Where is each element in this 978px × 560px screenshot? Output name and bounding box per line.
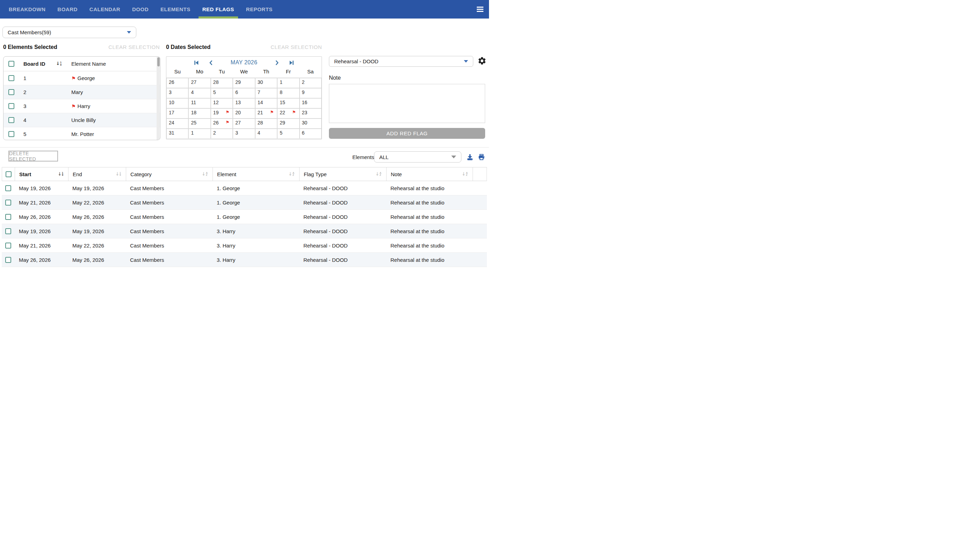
calendar-date-cell[interactable]: 23 xyxy=(300,109,321,118)
note-textarea[interactable] xyxy=(329,84,485,123)
calendar-date-cell[interactable]: 9 xyxy=(300,88,321,98)
board-id-column-header[interactable]: Board ID xyxy=(23,61,45,67)
tab-board[interactable]: BOARD xyxy=(52,0,83,18)
add-red-flag-button[interactable]: ADD RED FLAG xyxy=(329,128,485,139)
calendar-prev-month-icon[interactable] xyxy=(208,60,213,65)
calendar-date-cell[interactable]: 22⚑ xyxy=(278,109,299,118)
flags-column-header-element[interactable]: Element↓AZ xyxy=(213,167,300,181)
calendar-date-cell[interactable]: 31 xyxy=(167,129,188,138)
calendar-date-cell[interactable]: 28 xyxy=(211,78,232,88)
calendar-date-cell[interactable]: 27 xyxy=(233,119,255,128)
calendar-date-cell[interactable]: 17 xyxy=(167,109,188,118)
calendar-date-cell[interactable]: 5 xyxy=(211,88,232,98)
flags-column-header-category[interactable]: Category↓AZ xyxy=(126,167,213,181)
menu-hamburger-icon[interactable] xyxy=(477,7,483,13)
calendar-date-cell[interactable]: 29 xyxy=(278,119,299,128)
download-icon[interactable] xyxy=(466,153,474,161)
calendar-date-cell[interactable]: 30 xyxy=(255,78,277,88)
calendar-date-cell[interactable]: 27 xyxy=(189,78,210,88)
calendar-date-cell[interactable]: 13 xyxy=(233,98,255,108)
red-flag-row-checkbox[interactable] xyxy=(5,257,11,263)
select-all-elements-checkbox[interactable] xyxy=(8,61,14,67)
calendar-date-cell[interactable]: 8 xyxy=(278,88,299,98)
sort-alpha-icon[interactable]: ↓AZ xyxy=(462,172,468,177)
calendar-date-cell[interactable]: 11 xyxy=(189,98,210,108)
element-name-column-header[interactable]: Element Name xyxy=(68,61,160,67)
flags-column-header-note[interactable]: Note↓AZ xyxy=(387,167,473,181)
calendar-date-cell[interactable]: 10 xyxy=(167,98,188,108)
element-row-checkbox[interactable] xyxy=(8,117,14,123)
red-flag-row[interactable]: May 19, 2026May 19, 2026Cast Members1. G… xyxy=(2,181,487,195)
calendar-date-cell[interactable]: 14 xyxy=(255,98,277,108)
flags-column-header-end[interactable]: End↓19 xyxy=(68,167,126,181)
calendar-date-cell[interactable]: 26 xyxy=(167,78,188,88)
elements-filter-dropdown[interactable]: ALL xyxy=(374,152,462,163)
calendar-date-cell[interactable]: 3 xyxy=(167,88,188,98)
red-flag-row-checkbox[interactable] xyxy=(5,214,11,220)
tab-dood[interactable]: DOOD xyxy=(126,0,155,18)
calendar-date-cell[interactable]: 19⚑ xyxy=(211,109,232,118)
calendar-last-month-icon[interactable] xyxy=(289,60,294,65)
tab-reports[interactable]: REPORTS xyxy=(240,0,278,18)
calendar-date-cell[interactable]: 28 xyxy=(255,119,277,128)
clear-elements-selection-button[interactable]: CLEAR SELECTION xyxy=(108,44,160,50)
flags-column-header-start[interactable]: Start↓19 xyxy=(15,167,68,181)
calendar-date-cell[interactable]: 2 xyxy=(211,129,232,138)
element-row-checkbox[interactable] xyxy=(8,103,14,109)
red-flag-row[interactable]: May 19, 2026May 19, 2026Cast Members3. H… xyxy=(2,224,487,238)
calendar-next-month-icon[interactable] xyxy=(274,60,280,65)
elements-scrollbar-thumb[interactable] xyxy=(157,57,160,67)
tab-red-flags[interactable]: RED FLAGS xyxy=(197,0,240,18)
element-row[interactable]: 2Mary xyxy=(3,85,160,99)
sort-numeric-icon[interactable]: ↓19 xyxy=(56,62,62,66)
calendar-date-cell[interactable]: 30 xyxy=(300,119,321,128)
calendar-date-cell[interactable]: 12 xyxy=(211,98,232,108)
clear-dates-selection-button[interactable]: CLEAR SELECTION xyxy=(270,44,322,50)
calendar-first-month-icon[interactable] xyxy=(194,60,199,65)
red-flag-row[interactable]: May 26, 2026May 26, 2026Cast Members3. H… xyxy=(2,253,487,267)
calendar-date-cell[interactable]: 6 xyxy=(300,129,321,138)
calendar-date-cell[interactable]: 1 xyxy=(278,78,299,88)
calendar-date-cell[interactable]: 18 xyxy=(189,109,210,118)
calendar-date-cell[interactable]: 26⚑ xyxy=(211,119,232,128)
tab-breakdown[interactable]: BREAKDOWN xyxy=(3,0,52,18)
select-all-flags-checkbox[interactable] xyxy=(6,171,12,177)
calendar-date-cell[interactable]: 24 xyxy=(167,119,188,128)
calendar-date-cell[interactable]: 7 xyxy=(255,88,277,98)
element-row[interactable]: 5Mr. Potter xyxy=(3,127,160,140)
elements-scrollbar-track[interactable] xyxy=(157,57,160,140)
category-filter-dropdown[interactable]: Cast Members(59) xyxy=(2,27,136,38)
element-row[interactable]: 4Uncle Billy xyxy=(3,113,160,127)
gear-icon[interactable] xyxy=(478,56,487,65)
calendar-date-cell[interactable]: 5 xyxy=(278,129,299,138)
calendar-date-cell[interactable]: 3 xyxy=(233,129,255,138)
red-flag-row[interactable]: May 21, 2026May 22, 2026Cast Members1. G… xyxy=(2,195,487,210)
element-row-checkbox[interactable] xyxy=(8,89,14,95)
element-row-checkbox[interactable] xyxy=(8,75,14,81)
flag-type-dropdown[interactable]: Rehearsal - DOOD xyxy=(329,56,473,67)
red-flag-row-checkbox[interactable] xyxy=(5,185,11,191)
red-flag-row-checkbox[interactable] xyxy=(5,228,11,234)
calendar-date-cell[interactable]: 6 xyxy=(233,88,255,98)
tab-elements[interactable]: ELEMENTS xyxy=(155,0,197,18)
calendar-date-cell[interactable]: 20 xyxy=(233,109,255,118)
calendar-date-cell[interactable]: 29 xyxy=(233,78,255,88)
delete-selected-button[interactable]: DELETE SELECTED xyxy=(8,151,58,162)
print-icon[interactable] xyxy=(478,153,485,161)
calendar-date-cell[interactable]: 4 xyxy=(189,88,210,98)
calendar-date-cell[interactable]: 2 xyxy=(300,78,321,88)
sort-alpha-icon[interactable]: ↓AZ xyxy=(375,172,382,177)
red-flag-row[interactable]: May 26, 2026May 26, 2026Cast Members1. G… xyxy=(2,210,487,224)
calendar-date-cell[interactable]: 16 xyxy=(300,98,321,108)
tab-calendar[interactable]: CALENDAR xyxy=(83,0,126,18)
element-row[interactable]: 3⚑Harry xyxy=(3,99,160,113)
element-row-checkbox[interactable] xyxy=(8,131,14,137)
calendar-date-cell[interactable]: 25 xyxy=(189,119,210,128)
calendar-date-cell[interactable]: 21⚑ xyxy=(255,109,277,118)
element-row[interactable]: 1⚑George xyxy=(3,71,160,85)
red-flag-row-checkbox[interactable] xyxy=(5,200,11,205)
sort-alpha-icon[interactable]: ↓AZ xyxy=(202,172,208,177)
sort-numeric-icon[interactable]: ↓19 xyxy=(115,172,121,177)
flags-column-header-flag-type[interactable]: Flag Type↓AZ xyxy=(300,167,387,181)
calendar-date-cell[interactable]: 1 xyxy=(189,129,210,138)
